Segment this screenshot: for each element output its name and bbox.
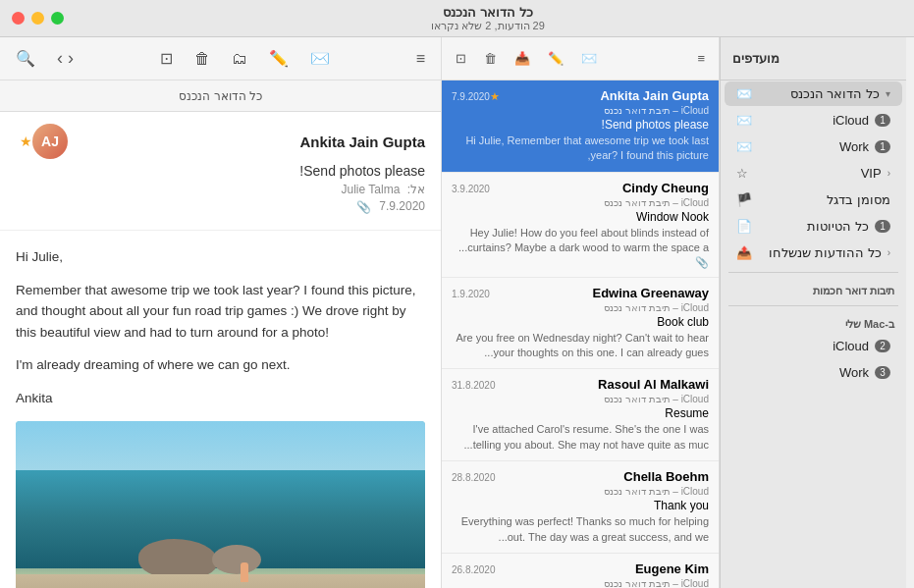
sidebar-item-icloud[interactable]: 1 iCloud ✉️ bbox=[725, 108, 902, 133]
email-date: 7.9.2020 bbox=[379, 199, 425, 213]
beach-scene bbox=[16, 421, 425, 588]
email-list-item[interactable]: Cindy Cheung 3.9.2020 iCloud – תיבת דואר… bbox=[442, 173, 719, 278]
email-image bbox=[16, 421, 425, 588]
badge-icloud: 1 bbox=[875, 114, 890, 127]
email-list-item[interactable]: Chella Boehm 28.8.2020 iCloud – תיבת דוא… bbox=[442, 461, 719, 554]
list-subject-5: Thank you bbox=[452, 499, 709, 512]
chevron-icon: ▾ bbox=[886, 88, 890, 99]
window-subtitle: 29 הודעות, 2 שלא נקראו bbox=[74, 20, 902, 32]
sidebar-item-sent[interactable]: ‹ כל ההודעות שנשלחו 📤 bbox=[725, 241, 902, 265]
list-subject-2: Window Nook bbox=[452, 210, 709, 224]
badge-mac-icloud: 2 bbox=[875, 340, 890, 352]
list-source-6: iCloud – תיבת דואר נכנס bbox=[452, 578, 709, 588]
close-button[interactable] bbox=[12, 12, 25, 25]
archive-icon[interactable]: ⊡ bbox=[156, 45, 177, 72]
list-mail-icon[interactable]: ✉️ bbox=[577, 47, 601, 70]
envelope-icloud-icon: ✉️ bbox=[736, 113, 752, 128]
list-preview-3: Are you free on Wednesday night? Can't w… bbox=[452, 331, 709, 361]
list-date-5: 28.8.2020 bbox=[452, 472, 496, 483]
list-sender-3: Edwina Greenaway bbox=[490, 286, 709, 300]
list-source-4: iCloud – תיבת דואר נכנס bbox=[452, 394, 709, 404]
email-list-item[interactable]: Edwina Greenaway 1.9.2020 iCloud – תיבת … bbox=[442, 278, 719, 370]
window-title: כל הדואר הנכנס bbox=[74, 5, 902, 20]
sidebar-item-mac-work[interactable]: 3 Work bbox=[725, 360, 902, 385]
envelope-icon: ✉️ bbox=[736, 86, 752, 101]
attachment-icon: 📎 bbox=[356, 200, 371, 214]
favorites-title: מועדפים bbox=[732, 51, 780, 66]
sidebar-item-all-inbox[interactable]: ▾ כל הדואר הנכנס ✉️ bbox=[725, 81, 902, 106]
sidebar-label-icloud: iCloud bbox=[758, 113, 869, 128]
back-icon[interactable]: ‹ › bbox=[53, 44, 78, 73]
search-icon[interactable]: 🔍 bbox=[12, 45, 39, 72]
envelope-work-icon: ✉️ bbox=[736, 139, 752, 154]
list-source-2: iCloud – תיבת דואר נכנס bbox=[452, 197, 709, 208]
list-date-6: 26.8.2020 bbox=[452, 564, 496, 575]
star-icon[interactable]: ★ bbox=[20, 134, 32, 149]
email-body: Hi Julie, Remember that awesome trip we … bbox=[0, 231, 441, 588]
sidebar-label-mac-work: Work bbox=[736, 365, 869, 380]
folder-move-icon[interactable]: 🗂 bbox=[228, 46, 251, 72]
sidebar-item-drafts[interactable]: 1 כל הטיוטות 📄 bbox=[725, 214, 902, 239]
list-preview-1: Hi Julie, Remember that awesome trip we … bbox=[452, 134, 709, 164]
trash-icon[interactable]: 🗑 bbox=[190, 46, 214, 72]
list-compose-icon[interactable]: ✏️ bbox=[544, 47, 567, 70]
list-date-3: 1.9.2020 bbox=[452, 289, 490, 299]
list-preview-4: I've attached Carol's resume. She's the … bbox=[452, 422, 709, 453]
maximize-button[interactable] bbox=[51, 12, 64, 25]
email-list-item[interactable]: Rasoul Al Malkawi 31.8.2020 iCloud – תיב… bbox=[442, 369, 719, 461]
list-source-1: iCloud – תיבת דואר נכנס bbox=[452, 105, 709, 116]
list-source-3: iCloud – תיבת דואר נכנס bbox=[452, 302, 709, 313]
list-menu-icon[interactable]: ≡ bbox=[693, 47, 709, 70]
sidebar-divider-1 bbox=[728, 272, 898, 273]
body-para-3: I'm already dreaming of where we can go … bbox=[16, 354, 425, 376]
main-container: 🔍 ‹ › ⊡ 🗑 🗂 ✏️ ✉️ ≡ כל הדואר הנכנס Ankit… bbox=[0, 37, 914, 588]
compose-icon[interactable]: ✏️ bbox=[265, 45, 293, 72]
list-sender-2: Cindy Cheung bbox=[490, 181, 709, 195]
list-preview-2: Hey Julie! How do you feel about blinds … bbox=[452, 226, 709, 256]
list-toolbar: ⊡ 🗑 📥 ✏️ ✉️ ≡ bbox=[442, 37, 719, 80]
body-para-2: Remember that awesome trip we took last … bbox=[16, 280, 425, 344]
beach-figure bbox=[241, 562, 248, 582]
my-mac-title: ב-Mac שלי bbox=[721, 312, 906, 333]
list-sender-1: Ankita Jain Gupta bbox=[503, 88, 709, 103]
badge-drafts: 1 bbox=[875, 220, 890, 233]
body-para-1: Hi Julie, bbox=[16, 246, 425, 268]
sender-avatar: AJ bbox=[32, 124, 68, 159]
filter-icon[interactable]: ≡ bbox=[412, 46, 429, 72]
sidebar-item-mac-icloud[interactable]: 2 iCloud bbox=[725, 334, 902, 358]
sidebar-label-work: Work bbox=[758, 139, 869, 154]
sidebar-label-all-inbox: כל הדואר הנכנס bbox=[758, 86, 880, 101]
badge-mac-work: 3 bbox=[875, 366, 890, 379]
doc-icon: 📄 bbox=[736, 219, 752, 234]
smart-mailboxes-title: תיבות דואר חכמות bbox=[721, 279, 906, 299]
body-para-4: Ankita bbox=[16, 388, 425, 409]
list-date-2: 3.9.2020 bbox=[452, 184, 490, 194]
flag-icon: 🏴 bbox=[736, 192, 752, 207]
sidebar-label-sent: כל ההודעות שנשלחו bbox=[758, 245, 882, 260]
list-archive-icon[interactable]: 📥 bbox=[511, 47, 534, 70]
window-controls bbox=[12, 12, 64, 25]
list-sender-5: Chella Boehm bbox=[496, 469, 710, 484]
sidebar-item-vip[interactable]: ‹ VIP ☆ bbox=[725, 161, 902, 186]
beach-rocks-2 bbox=[212, 545, 261, 574]
mail-icon[interactable]: ✉️ bbox=[306, 45, 334, 72]
list-subject-1: Send photos please! bbox=[452, 118, 709, 132]
sidebar-divider-2 bbox=[728, 305, 898, 306]
list-sender-4: Rasoul Al Malkawi bbox=[496, 377, 710, 392]
list-filter-icon[interactable]: ⊡ bbox=[452, 47, 470, 70]
sidebar-item-flagged[interactable]: מסומן בדגל 🏴 bbox=[725, 187, 902, 212]
list-subject-3: Book club bbox=[452, 315, 709, 329]
email-list-item[interactable]: Ankita Jain Gupta ★ 7.9.2020 iCloud – תי… bbox=[442, 80, 719, 173]
list-trash-icon[interactable]: 🗑 bbox=[480, 47, 501, 70]
star-vip-icon: ☆ bbox=[736, 166, 748, 181]
sidebar-item-work[interactable]: 1 Work ✉️ bbox=[725, 134, 902, 159]
detail-toolbar: 🔍 ‹ › ⊡ 🗑 🗂 ✏️ ✉️ ≡ bbox=[0, 37, 441, 80]
sidebar-header: מועדפים bbox=[721, 37, 906, 80]
breadcrumb: כל הדואר הנכנס bbox=[0, 80, 441, 112]
list-attachment-2: 📎 bbox=[452, 256, 709, 269]
minimize-button[interactable] bbox=[31, 12, 44, 25]
email-list-item[interactable]: Eugene Kim 26.8.2020 iCloud – תיבת דואר … bbox=[442, 554, 719, 588]
sidebar-label-drafts: כל הטיוטות bbox=[758, 219, 869, 234]
beach-sand bbox=[16, 574, 425, 588]
sidebar-label-mac-icloud: iCloud bbox=[736, 339, 869, 353]
